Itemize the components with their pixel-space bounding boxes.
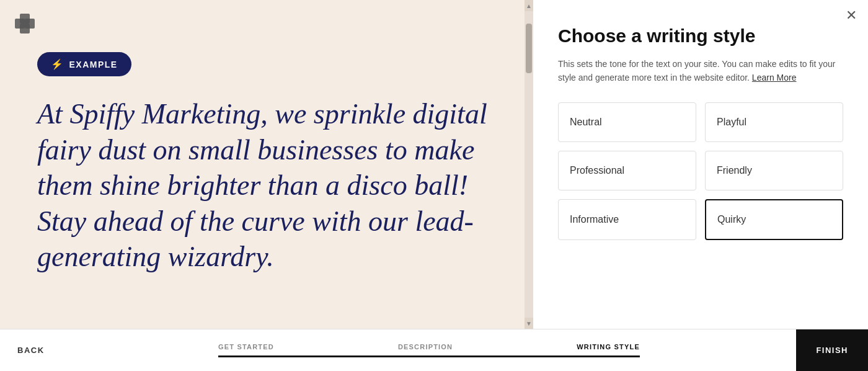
example-badge: ⚡ EXAMPLE [37, 52, 131, 76]
preview-panel: ⚡ EXAMPLE At Spiffy Marketing, we sprink… [0, 0, 533, 329]
style-option-neutral[interactable]: Neutral [558, 102, 696, 142]
preview-text: At Spiffy Marketing, we sprinkle digital… [37, 96, 508, 275]
step-label-writing-style: WRITING STYLE [577, 343, 640, 351]
writing-style-panel: ✕ Choose a writing style This sets the t… [533, 0, 868, 329]
example-badge-label: EXAMPLE [69, 60, 118, 69]
style-option-playful[interactable]: Playful [705, 102, 843, 142]
panel-title: Choose a writing style [558, 25, 843, 47]
bottom-bar: BACK GET STARTEDDESCRIPTIONWRITING STYLE… [0, 329, 868, 371]
finish-button[interactable]: FINISH [796, 329, 868, 371]
svg-rect-4 [20, 24, 30, 34]
squarespace-logo [12, 11, 37, 38]
progress-track [218, 355, 640, 357]
back-button[interactable]: BACK [0, 329, 62, 371]
step-label-get-started: GET STARTED [218, 343, 274, 351]
style-option-friendly[interactable]: Friendly [705, 151, 843, 190]
lightning-icon: ⚡ [51, 58, 64, 70]
steps-labels: GET STARTEDDESCRIPTIONWRITING STYLE [218, 343, 640, 351]
scroll-track[interactable]: ▲ ▼ [525, 0, 533, 329]
step-label-description: DESCRIPTION [398, 343, 453, 351]
style-option-informative[interactable]: Informative [558, 199, 696, 240]
scroll-thumb[interactable] [526, 24, 532, 73]
style-options-grid: NeutralPlayfulProfessionalFriendlyInform… [558, 102, 843, 240]
learn-more-link[interactable]: Learn More [752, 73, 797, 83]
close-button[interactable]: ✕ [846, 9, 857, 22]
progress-fill [218, 355, 640, 357]
progress-area: GET STARTEDDESCRIPTIONWRITING STYLE [62, 343, 797, 357]
scroll-up-arrow[interactable]: ▲ [525, 0, 533, 11]
style-option-quirky[interactable]: Quirky [705, 199, 843, 240]
scroll-down-arrow[interactable]: ▼ [525, 318, 533, 329]
style-option-professional[interactable]: Professional [558, 151, 696, 190]
panel-description: This sets the tone for the text on your … [558, 57, 843, 85]
